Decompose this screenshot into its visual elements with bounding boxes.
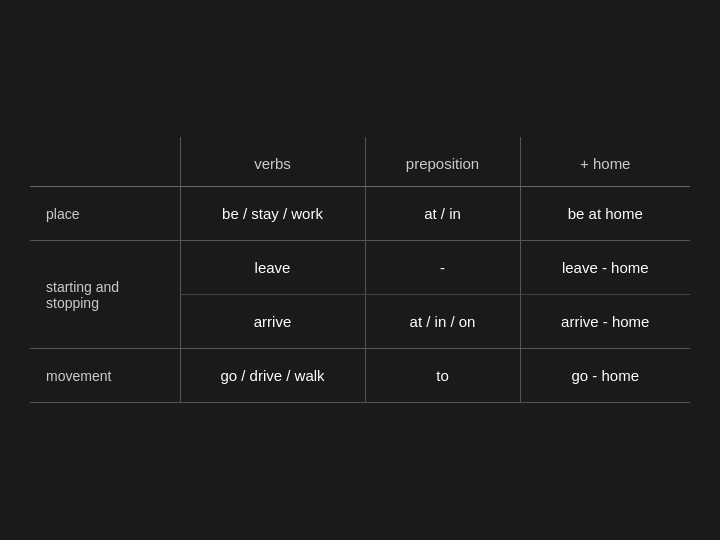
table-header-row: verbs preposition + home: [30, 137, 690, 187]
cell-verbs-movement: go / drive / walk: [180, 349, 365, 403]
header-preposition: preposition: [365, 137, 520, 187]
cell-verbs-arrive: arrive: [180, 295, 365, 349]
table-row: starting and stopping leave - leave - ho…: [30, 241, 690, 295]
row-label-starting: starting and stopping: [30, 241, 180, 349]
cell-home-place: be at home: [520, 187, 690, 241]
table-row: place be / stay / work at / in be at hom…: [30, 187, 690, 241]
cell-prep-movement: to: [365, 349, 520, 403]
header-verbs: verbs: [180, 137, 365, 187]
cell-prep-place: at / in: [365, 187, 520, 241]
cell-prep-leave: -: [365, 241, 520, 295]
grammar-table: verbs preposition + home place be / stay…: [30, 137, 690, 403]
cell-verbs-leave: leave: [180, 241, 365, 295]
cell-home-arrive: arrive - home: [520, 295, 690, 349]
header-label: [30, 137, 180, 187]
main-table-container: verbs preposition + home place be / stay…: [30, 137, 690, 403]
header-home: + home: [520, 137, 690, 187]
cell-prep-arrive: at / in / on: [365, 295, 520, 349]
row-label-place: place: [30, 187, 180, 241]
cell-verbs-place: be / stay / work: [180, 187, 365, 241]
row-label-movement: movement: [30, 349, 180, 403]
table-row: movement go / drive / walk to go - home: [30, 349, 690, 403]
cell-home-leave: leave - home: [520, 241, 690, 295]
cell-home-movement: go - home: [520, 349, 690, 403]
